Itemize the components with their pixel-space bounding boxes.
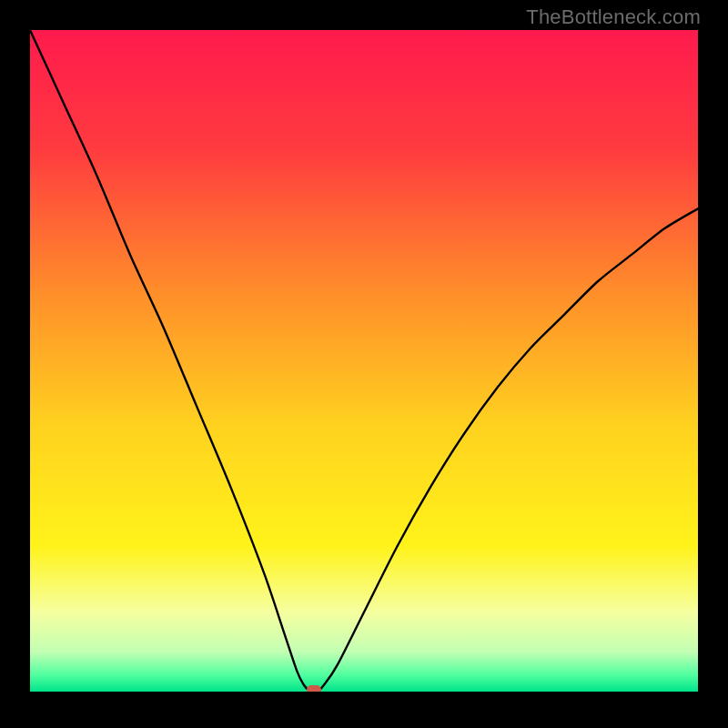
plot-area <box>30 30 698 692</box>
chart-frame: TheBottleneck.com <box>0 0 728 728</box>
minimum-marker-icon <box>307 685 321 692</box>
bottleneck-curve <box>30 30 698 692</box>
watermark-text: TheBottleneck.com <box>526 5 701 29</box>
